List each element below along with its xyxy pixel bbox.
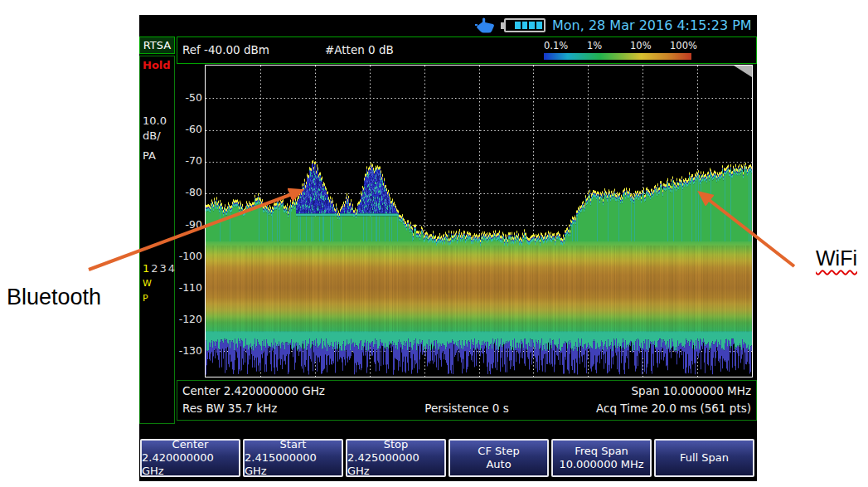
persistence-value: Persistence 0 s xyxy=(424,402,508,415)
span-value: Span 10.000000 MHz xyxy=(632,384,751,397)
spectrum-canvas xyxy=(206,66,752,377)
softkey-cf-step[interactable]: CF Step Auto xyxy=(449,439,549,477)
battery-bar xyxy=(515,22,521,29)
preamp-label: PA xyxy=(143,149,156,162)
y-tick-label: -80 xyxy=(177,186,202,199)
softkey-stop[interactable]: Stop 2.425000000 GHz xyxy=(346,439,446,477)
datetime-text: Mon, 28 Mar 2016 4:15:23 PM xyxy=(552,17,754,34)
ref-level: Ref -40.00 dBm xyxy=(182,43,269,56)
softkey-label: Freq Span xyxy=(575,445,628,458)
y-tick-label: -70 xyxy=(177,154,202,168)
legend-label: 100% xyxy=(670,40,697,51)
header-bar: Ref -40.00 dBm #Atten 0 dB 0.1% 1% 10% 1… xyxy=(177,37,757,64)
softkey-label: Full Span xyxy=(680,451,729,465)
acq-time: Acq Time 20.0 ms (561 pts) xyxy=(596,402,751,415)
battery-bar xyxy=(522,22,528,29)
scale-unit: dB/ xyxy=(143,129,161,142)
battery-bar xyxy=(529,22,535,29)
res-bw: Res BW 35.7 kHz xyxy=(182,402,277,415)
legend-label: 1% xyxy=(587,40,602,51)
plot-area: -50 -60 -70 -80 -90 -100 -110 -120 -130 xyxy=(177,65,757,377)
y-tick-label: -100 xyxy=(177,250,202,263)
legend-label: 10% xyxy=(630,40,652,51)
battery-nub xyxy=(501,22,504,29)
softkey-value: Auto xyxy=(486,458,511,471)
y-tick-label: -60 xyxy=(177,123,202,136)
y-tick-label: -130 xyxy=(177,344,202,358)
battery-slot-empty xyxy=(507,22,513,29)
softkey-label: Stop xyxy=(384,438,409,451)
footer-bar: Center 2.420000000 GHz Span 10.000000 MH… xyxy=(177,380,757,421)
y-tick-label: -90 xyxy=(177,218,202,231)
legend-gradient-bar xyxy=(544,53,691,60)
plot-frame xyxy=(205,65,753,377)
softkey-label: Start xyxy=(280,438,307,451)
softkey-value: 10.000000 MHz xyxy=(559,458,643,471)
battery-bar xyxy=(536,22,542,29)
softkey-freq-span[interactable]: Freq Span 10.000000 MHz xyxy=(551,439,652,477)
softkey-center[interactable]: Center 2.420000000 GHz xyxy=(140,439,240,477)
softkey-label: Center xyxy=(172,438,209,451)
legend-label: 0.1% xyxy=(544,40,568,51)
softkey-value: 2.420000000 GHz xyxy=(142,451,239,478)
density-legend: 0.1% 1% 10% 100% xyxy=(544,37,691,63)
softkey-bar: Center 2.420000000 GHz Start 2.415000000… xyxy=(140,439,756,477)
scale-value: 10.0 xyxy=(143,114,167,127)
callout-wifi: WiFi xyxy=(816,246,857,270)
sidebar: Hold 10.0 dB/ PA 1234 W P xyxy=(139,56,175,424)
y-tick-label: -120 xyxy=(177,313,202,326)
softkey-value: 2.425000000 GHz xyxy=(347,451,444,478)
trace-numbers: 1234 xyxy=(143,262,177,275)
softkey-full-span[interactable]: Full Span xyxy=(654,439,754,477)
analyzer-screen: Mon, 28 Mar 2016 4:15:23 PM RTSA Hold 10… xyxy=(139,15,757,481)
trace-inactive: 234 xyxy=(151,262,177,275)
softkey-label: CF Step xyxy=(478,445,519,458)
sweep-state-label: Hold xyxy=(143,59,171,71)
softkey-value: 2.415000000 GHz xyxy=(245,451,342,478)
touch-pointer-icon xyxy=(475,17,495,35)
corner-fold xyxy=(734,66,752,77)
trace-state: P xyxy=(143,293,148,304)
page: Mon, 28 Mar 2016 4:15:23 PM RTSA Hold 10… xyxy=(0,0,868,487)
y-tick-label: -110 xyxy=(177,281,202,295)
callout-bluetooth: Bluetooth xyxy=(7,285,101,310)
trace-active: 1 xyxy=(143,262,151,275)
center-freq: Center 2.420000000 GHz xyxy=(182,384,325,397)
softkey-start[interactable]: Start 2.415000000 GHz xyxy=(243,439,343,477)
y-tick-label: -50 xyxy=(177,91,202,105)
battery-icon xyxy=(504,18,546,32)
status-bar: Mon, 28 Mar 2016 4:15:23 PM xyxy=(139,15,757,37)
trace-detector: W xyxy=(143,278,152,289)
atten-value: #Atten 0 dB xyxy=(325,43,394,56)
mode-badge: RTSA xyxy=(139,37,175,54)
